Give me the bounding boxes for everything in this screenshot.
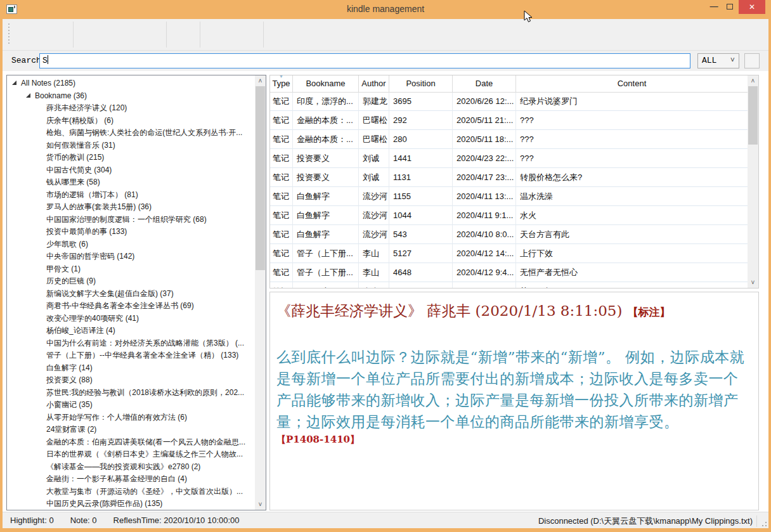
tree-item[interactable]: 投资中最简单的事 (133) (7, 226, 255, 238)
tree-item[interactable]: 历史的巨镜 (9) (7, 275, 255, 288)
column-header-type[interactable]: ▼Type (270, 75, 293, 93)
table-scrollbar[interactable]: ˄ ˅ (748, 75, 758, 288)
table-scrollbar-thumb[interactable] (748, 86, 758, 145)
scroll-up-icon[interactable]: ˄ (255, 75, 266, 86)
tree-item[interactable]: 印度，漂浮的次大陆 (67) (7, 510, 255, 511)
search-input[interactable]: S (39, 53, 690, 68)
minimize-button[interactable]: — (708, 0, 720, 14)
table-row[interactable]: 笔记 管子（上下册... 李山 4648 2020/4/12 9:4... 无恒… (270, 263, 748, 282)
status-note-count: Note: 0 (70, 516, 97, 525)
cell-type: 笔记 (270, 244, 293, 263)
toolbar-button-group-1[interactable] (11, 20, 72, 49)
resize-grip[interactable] (760, 519, 767, 527)
tree-item[interactable]: 甲骨文 (1) (7, 263, 255, 276)
maximize-button[interactable] (723, 0, 736, 14)
tree-item[interactable]: 白鱼解字 (14) (7, 362, 255, 375)
tree-item[interactable]: 枪炮、病菌与钢铁:人类社会的命运(世纪人文系列丛书·开... (7, 127, 255, 139)
tree-item[interactable]: 中央帝国的哲学密码 (142) (7, 250, 255, 263)
table-row[interactable]: 笔记 管子（上下册... 李山 4577 2020/4/12 9:4... 莫予… (270, 282, 748, 289)
tree-item[interactable]: 中国古代简史 (304) (7, 164, 255, 177)
tree-item[interactable]: 24堂财富课 (2) (7, 424, 255, 436)
filter-dropdown-value: ALL (702, 56, 716, 65)
tree-item[interactable]: 日本的世界观（《剑桥日本史》主编凝练之作三个人物故... (7, 448, 255, 461)
scroll-down-icon[interactable]: ˅ (255, 499, 266, 510)
close-button[interactable]: ✕ (739, 0, 765, 14)
tree-item[interactable]: 货币的教训 (215) (7, 152, 255, 164)
table-row[interactable]: 笔记 投资要义 刘诚 1441 2020/4/23 22:... ??? (270, 149, 748, 168)
minimize-icon: — (710, 1, 718, 11)
cell-date: 2020/5/11 21:... (453, 111, 516, 130)
tree-item[interactable]: 如何假装懂音乐 (31) (7, 139, 255, 152)
tree-item-label: 24堂财富课 (2) (46, 425, 96, 434)
tree-item[interactable]: 中国为什么有前途：对外经济关系的战略潜能（第3版） (... (7, 337, 255, 350)
table-row[interactable]: 笔记 金融的本质：... 巴曙松 280 2020/5/11 18:... ??… (270, 130, 748, 149)
tree-item[interactable]: 钱从哪里来 (58) (7, 176, 255, 189)
tree-item[interactable]: 商君书-中华经典名著全本全注全译丛书 (69) (7, 300, 255, 313)
table-row[interactable]: 笔记 印度，漂浮的... 郭建龙 3695 2020/6/26 12:... 纪… (270, 92, 748, 111)
table-row[interactable]: 笔记 金融的本质：... 巴曙松 292 2020/5/11 21:... ??… (270, 111, 748, 130)
tree-item[interactable]: 金融的本质：伯南克四讲美联储(看一个风云人物的金融思... (7, 436, 255, 449)
tree-item[interactable]: 改变心理学的40项研究 (41) (7, 313, 255, 325)
tree-item[interactable]: 小窗幽记 (35) (7, 399, 255, 412)
tree-item[interactable]: 杨伯峻_论语译注 (4) (7, 325, 255, 337)
column-header-bookname[interactable]: Bookname (293, 75, 359, 93)
tree-item-label: 投资中最简单的事 (133) (46, 227, 127, 236)
tree-item[interactable]: 苏世民:我的经验与教训（2018读桥水达利欧的原则，202... (7, 387, 255, 399)
status-bar: Hightlight: 0 Note: 0 RefleshTime: 2020/… (3, 512, 768, 528)
column-header-position[interactable]: Position (389, 75, 453, 93)
cell-date: 2020/4/23 22:... (453, 149, 516, 168)
tree-item[interactable]: 投资要义 (88) (7, 374, 255, 387)
toolbar-separator (73, 22, 74, 48)
expander-icon[interactable] (26, 93, 30, 98)
tree-scrollbar[interactable]: ˄ ˅ (255, 75, 266, 510)
cell-type: 笔记 (270, 92, 293, 111)
tree-scrollbar-thumb[interactable] (256, 86, 265, 270)
tree-item[interactable]: 中国历史风云录(陈舜臣作品) (135) (7, 498, 255, 510)
scroll-up-icon[interactable]: ˄ (748, 75, 758, 86)
tree-item[interactable]: 新编说文解字大全集(超值白金版) (37) (7, 288, 255, 301)
tree-item[interactable]: 大教堂与集市（开源运动的《圣经》，中文版首次出版）... (7, 486, 255, 498)
tree-root-label: All Notes (2185) (21, 79, 75, 88)
tree-item[interactable]: 市场的逻辑（增订本） (81) (7, 189, 255, 202)
tree-group-bookname[interactable]: Bookname (36) (7, 90, 255, 103)
toolbar-button-group-4[interactable] (201, 20, 262, 49)
tree-item[interactable]: 《解读基金——我的投资观和实践》e2780 (2) (7, 461, 255, 474)
tree-item-label: 薛兆丰经济学讲义 (120) (46, 103, 127, 112)
title-bar[interactable]: kindle management — ✕ (0, 0, 771, 19)
tree-item[interactable]: 庆余年(精校版） (6) (7, 115, 255, 127)
cell-content: ??? (516, 130, 748, 149)
toolbar-grip-handle[interactable] (8, 23, 10, 46)
scroll-down-icon[interactable]: ˅ (748, 277, 758, 288)
table-body: 笔记 印度，漂浮的... 郭建龙 3695 2020/6/26 12:... 纪… (270, 92, 748, 289)
tree-item[interactable]: 金融街：一个影子私募基金经理的自白 (4) (7, 473, 255, 486)
tree-root-all-notes[interactable]: All Notes (2185) (7, 77, 255, 90)
tree-item[interactable]: 薛兆丰经济学讲义 (120) (7, 102, 255, 115)
window-title: kindle management (0, 4, 771, 14)
toolbar-button-group-2[interactable] (74, 20, 165, 49)
tree-item-label: 市场的逻辑（增订本） (81) (46, 190, 138, 199)
cell-date: 2020/4/11 9:1... (453, 206, 516, 225)
column-header-author[interactable]: Author (359, 75, 389, 93)
table-row[interactable]: 笔记 投资要义 刘诚 1131 2020/4/17 23:... 转股价格怎么来… (270, 168, 748, 187)
cell-date: 2020/4/12 9:4... (453, 263, 516, 282)
table-row[interactable]: 笔记 管子（上下册... 李山 5127 2020/4/12 14:... 上行… (270, 244, 748, 263)
cell-content: 转股价格怎么来? (516, 168, 748, 187)
table-row[interactable]: 笔记 白鱼解字 流沙河 543 2020/4/10 8:0... 天台方言有此 (270, 225, 748, 244)
tree-item[interactable]: 管子（上下册）--中华经典名著全本全注全译（精） (133) (7, 349, 255, 362)
tree-item[interactable]: 罗马人的故事(套装共15册) (36) (7, 201, 255, 214)
column-header-date[interactable]: Date (453, 75, 516, 93)
note-page-ref: 【P1408-1410】 (276, 434, 752, 446)
search-extra-button[interactable] (744, 53, 760, 68)
tree-item[interactable]: 少年凯歌 (6) (7, 238, 255, 251)
mouse-cursor (524, 10, 533, 23)
cell-date: 2020/4/10 8:0... (453, 225, 516, 244)
tree-item[interactable]: 从零开始学写作：个人增值的有效方法 (6) (7, 412, 255, 424)
tree-item[interactable]: 中国国家治理的制度逻辑：一个组织学研究 (68) (7, 214, 255, 226)
filter-dropdown[interactable]: ALL ˅ (697, 53, 739, 68)
column-header-content[interactable]: Content (516, 75, 748, 93)
expander-icon[interactable] (12, 81, 16, 85)
table-row[interactable]: 笔记 白鱼解字 流沙河 1155 2020/4/11 13:... 温水洗澡 (270, 187, 748, 206)
toolbar-button-group-3[interactable] (167, 20, 198, 49)
tree-item-label: 枪炮、病菌与钢铁:人类社会的命运(世纪人文系列丛书·开... (46, 128, 242, 137)
table-row[interactable]: 笔记 白鱼解字 流沙河 1044 2020/4/11 9:1... 水火 (270, 206, 748, 225)
